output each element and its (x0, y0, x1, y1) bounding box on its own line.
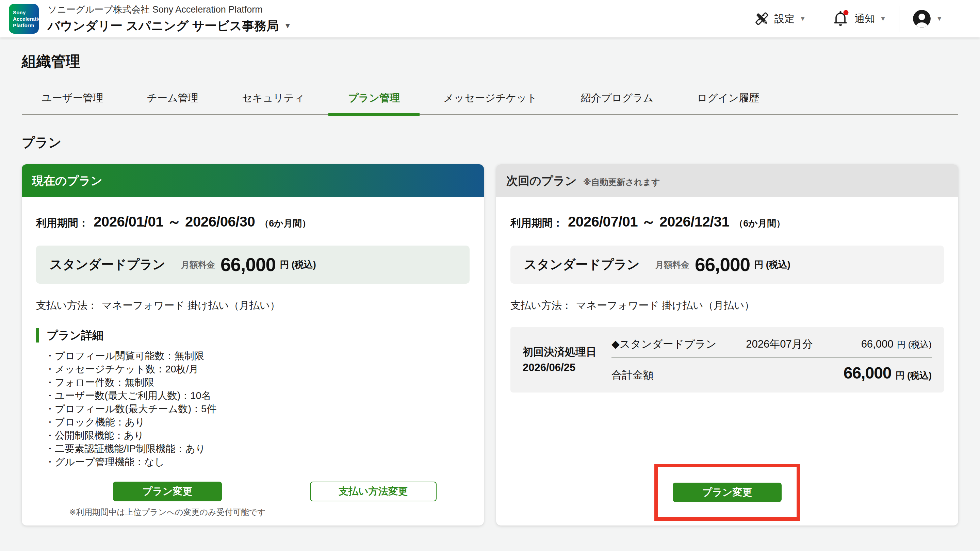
tab-label: 紹介プログラム (581, 92, 654, 103)
tab-label: チーム管理 (147, 92, 198, 103)
payment-method-label: 支払い方法： (511, 299, 572, 313)
logo-line: Acceleration (13, 16, 39, 22)
organization-name: バウンダリー スパニング サービス事務局 (48, 18, 279, 34)
plan-change-note: ※利用期間中は上位プランへの変更のみ受付可能です (69, 507, 266, 518)
plan-detail-item: ・二要素認証機能/IP制限機能：あり (45, 442, 469, 456)
tab[interactable]: セキュリティ (222, 84, 324, 114)
notification-badge (843, 10, 849, 15)
next-plan-card-header: 次回のプラン ※自動更新されます (496, 164, 958, 197)
current-plan-card-header: 現在のプラン (22, 164, 484, 197)
settings-tools-icon (754, 11, 770, 27)
payment-method-value: マネーフォワード 掛け払い（月払い） (576, 299, 755, 313)
notifications-menu[interactable]: 通知 (819, 0, 899, 37)
payment-method-label: 支払い方法： (36, 299, 98, 313)
plan-detail-item: ・ユーザー数(最大ご利用人数)：10名 (45, 389, 469, 402)
plan-detail-item: ・ブロック機能：あり (45, 416, 469, 429)
tab[interactable]: 紹介プログラム (561, 84, 673, 114)
usage-period-label: 利用期間： (511, 216, 563, 230)
monthly-fee-unit: 円 (税込) (754, 259, 790, 271)
usage-period-dates: 2026/01/01 ～ 2026/06/30 (94, 212, 255, 231)
usage-period-duration: （6か月間） (734, 218, 785, 230)
tab-label: プラン管理 (348, 92, 400, 103)
sony-acceleration-platform-logo[interactable]: Sony Acceleration Platform (9, 4, 39, 34)
monthly-fee-label: 月額料金 (655, 259, 689, 270)
main-content: 組織管理 ユーザー管理 チーム管理 セキュリティ プラン管理 メッセージチケット (0, 52, 980, 526)
payment-method-row: 支払い方法： マネーフォワード 掛け払い（月払い） (511, 299, 944, 313)
annotation-red-box: プラン変更 (654, 464, 800, 521)
auto-renew-note: ※自動更新されます (583, 176, 660, 188)
plan-name: スタンダードプラン (524, 256, 640, 273)
billing-item-period: 2026年07月分 (746, 337, 861, 351)
billing-item-amount: 66,000 (861, 338, 894, 350)
usage-period-duration: （6か月間） (259, 218, 311, 230)
plan-price-box: スタンダードプラン 月額料金 66,000 円 (税込) (511, 246, 944, 284)
next-plan-body: 利用期間： 2026/07/01 ～ 2026/12/31 （6か月間） スタン… (496, 212, 958, 392)
tab[interactable]: チーム管理 (127, 84, 218, 114)
plan-detail-item: ・プロフィール数(最大チーム数)：5件 (45, 402, 469, 416)
billing-table: ◆スタンダードプラン 2026年07月分 66,000 円 (税込) 合計金額 … (611, 337, 932, 382)
tab-label: ユーザー管理 (41, 92, 103, 103)
usage-period-row: 利用期間： 2026/07/01 ～ 2026/12/31 （6か月間） (511, 212, 944, 231)
next-plan-title: 次回のプラン (506, 173, 577, 189)
first-billing-date-value: 2026/06/25 (523, 360, 597, 375)
page-title: 組織管理 (22, 52, 958, 71)
organization-switcher[interactable]: バウンダリー スパニング サービス事務局 (48, 18, 291, 34)
tab[interactable]: プラン管理 (328, 84, 420, 114)
change-plan-button[interactable]: プラン変更 (673, 483, 782, 502)
tab-label: セキュリティ (242, 92, 305, 103)
plan-detail-item: ・メッセージチケット数：20枚/月 (45, 362, 469, 376)
organization-block: ソニーグループ株式会社 Sony Acceleration Platform バ… (48, 3, 291, 34)
plan-details-list: ・プロフィール閲覧可能数：無制限 ・メッセージチケット数：20枚/月 ・フォロー… (36, 349, 469, 469)
billing-total-row: 合計金額 66,000 円 (税込) (611, 358, 932, 382)
company-name: ソニーグループ株式会社 Sony Acceleration Platform (48, 3, 291, 16)
tab[interactable]: メッセージチケット (424, 84, 557, 114)
billing-total-amount: 66,000 (843, 364, 891, 382)
plan-detail-item: ・フォロー件数：無制限 (45, 376, 469, 389)
plan-cards: 現在のプラン 利用期間： 2026/01/01 ～ 2026/06/30 （6か… (22, 164, 958, 526)
billing-total-unit: 円 (税込) (896, 369, 932, 382)
plan-detail-item: ・グループ管理機能：なし (45, 456, 469, 469)
account-menu[interactable] (899, 0, 956, 37)
plan-name: スタンダードプラン (50, 256, 165, 273)
header-menu-area: 設定 通知 (741, 0, 980, 37)
monthly-fee-amount: 66,000 (221, 254, 275, 275)
plan-price-box: スタンダードプラン 月額料金 66,000 円 (税込) (36, 246, 469, 284)
change-payment-method-button[interactable]: 支払い方法変更 (310, 482, 437, 501)
tab[interactable]: ログイン履歴 (677, 84, 779, 114)
logo-line: Platform (13, 22, 39, 29)
tab[interactable]: ユーザー管理 (22, 84, 123, 114)
next-plan-card: 次回のプラン ※自動更新されます 利用期間： 2026/07/01 ～ 2026… (496, 164, 958, 526)
chevron-down-icon (936, 15, 943, 22)
usage-period-label: 利用期間： (36, 216, 89, 230)
monthly-fee-label: 月額料金 (181, 259, 215, 270)
change-plan-column: プラン変更 ※利用期間中は上位プランへの変更のみ受付可能です (69, 482, 266, 518)
change-plan-button[interactable]: プラン変更 (113, 482, 222, 501)
chevron-down-icon (800, 15, 806, 22)
billing-item-unit: 円 (税込) (897, 339, 932, 351)
section-title-plan: プラン (22, 134, 958, 151)
tab-label: ログイン履歴 (697, 92, 759, 103)
settings-menu[interactable]: 設定 (741, 0, 819, 37)
payment-method-value: マネーフォワード 掛け払い（月払い） (102, 299, 280, 313)
first-billing-date: 初回決済処理日 2026/06/25 (523, 344, 597, 375)
billing-total-label: 合計金額 (611, 368, 654, 382)
monthly-fee-amount: 66,000 (695, 254, 750, 275)
first-billing-date-label: 初回決済処理日 (523, 344, 597, 360)
plan-detail-item: ・プロフィール閲覧可能数：無制限 (45, 349, 469, 362)
current-plan-card: 現在のプラン 利用期間： 2026/01/01 ～ 2026/06/30 （6か… (22, 164, 484, 526)
logo-line: Sony (13, 9, 39, 16)
plan-detail-item: ・公開制限機能：あり (45, 429, 469, 442)
current-plan-actions: プラン変更 ※利用期間中は上位プランへの変更のみ受付可能です 支払い方法変更 (36, 482, 469, 518)
current-plan-title: 現在のプラン (32, 173, 102, 189)
avatar-icon (912, 9, 931, 28)
notifications-label: 通知 (854, 12, 875, 26)
chevron-down-icon (880, 15, 886, 22)
settings-label: 設定 (775, 12, 795, 26)
current-plan-body: 利用期間： 2026/01/01 ～ 2026/06/30 （6か月間） スタン… (22, 212, 484, 469)
tab-label: メッセージチケット (443, 92, 537, 103)
payment-method-row: 支払い方法： マネーフォワード 掛け払い（月払い） (36, 299, 469, 313)
tab-bar: ユーザー管理 チーム管理 セキュリティ プラン管理 メッセージチケット 紹介プロ… (22, 84, 958, 115)
usage-period-dates: 2026/07/01 ～ 2026/12/31 (568, 212, 729, 231)
billing-item-name: ◆スタンダードプラン (611, 337, 746, 351)
chevron-down-icon (284, 22, 291, 30)
